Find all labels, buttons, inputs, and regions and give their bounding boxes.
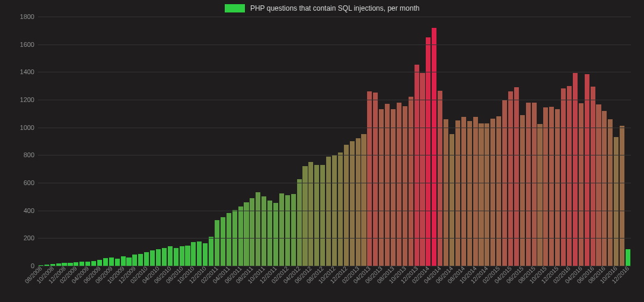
bar (496, 116, 501, 266)
bar-chart: PHP questions that contain SQL injection… (0, 0, 644, 302)
bar (409, 97, 413, 266)
bar (126, 258, 131, 266)
bar (291, 194, 296, 266)
bar (614, 137, 619, 266)
bar (132, 255, 137, 266)
bar (79, 262, 84, 266)
bar (567, 86, 572, 266)
bar (350, 141, 355, 266)
bar (620, 126, 624, 266)
y-tick-label: 800 (17, 151, 34, 158)
bar (415, 65, 419, 266)
bar (479, 123, 483, 266)
bar (391, 109, 396, 266)
bar (191, 242, 196, 266)
bar (209, 237, 213, 266)
gridline (38, 100, 631, 100)
bar (326, 157, 331, 266)
bar (162, 248, 167, 266)
y-tick-label: 200 (17, 234, 34, 241)
bar (121, 256, 126, 266)
bar (238, 206, 243, 266)
bar (197, 241, 202, 266)
bar (602, 111, 607, 266)
y-tick-label: 600 (17, 179, 34, 186)
bar (467, 121, 472, 266)
bar (403, 106, 407, 266)
bar (508, 91, 513, 266)
bar (449, 134, 454, 266)
bar (203, 243, 208, 266)
bar (279, 193, 284, 266)
bar (361, 134, 366, 266)
gridline (38, 128, 631, 128)
bar (244, 202, 248, 266)
bar (461, 117, 466, 266)
bar (320, 165, 325, 266)
bar (156, 249, 161, 266)
bar (385, 104, 390, 266)
bar (585, 74, 589, 266)
gridline (38, 17, 631, 17)
legend-label: PHP questions that contain SQL injection… (250, 4, 420, 12)
bar (109, 258, 114, 266)
bar (490, 119, 495, 266)
bar (103, 258, 108, 266)
bar (455, 120, 460, 266)
bar (537, 124, 542, 266)
bar (150, 250, 155, 266)
gridline (38, 44, 631, 45)
bar (626, 249, 630, 266)
bar (356, 138, 361, 266)
bar (262, 196, 266, 266)
bar (591, 87, 595, 266)
bar (338, 152, 343, 266)
bar (256, 192, 260, 266)
y-tick-label: 1400 (17, 68, 34, 75)
bar (596, 104, 601, 266)
bar (168, 246, 173, 266)
bar (302, 166, 307, 266)
bar (273, 203, 278, 266)
bar (138, 254, 143, 266)
bar (221, 217, 225, 266)
bar (344, 145, 349, 266)
bar (608, 119, 613, 266)
plot-area: 02004006008001000120014001600180008/2008… (38, 17, 631, 266)
bar (473, 117, 478, 266)
bar (314, 165, 319, 266)
gridline (38, 155, 631, 155)
bars-container (38, 17, 631, 266)
bar (115, 259, 120, 266)
bar (185, 246, 190, 266)
bar (97, 260, 102, 266)
legend: PHP questions that contain SQL injection… (0, 4, 644, 12)
gridline (38, 183, 631, 183)
bar (432, 28, 436, 266)
bar (549, 107, 554, 266)
y-tick-label: 1200 (17, 96, 34, 103)
bar (250, 198, 254, 266)
legend-swatch (225, 4, 245, 12)
gridline (38, 238, 631, 239)
bar (215, 220, 219, 266)
bar (379, 109, 384, 266)
y-tick-label: 400 (17, 207, 34, 214)
bar (520, 115, 525, 266)
bar (227, 213, 231, 266)
bar (561, 88, 566, 266)
bar (555, 109, 560, 266)
bar (91, 261, 96, 266)
bar (144, 252, 149, 266)
bar (438, 91, 442, 266)
bar (367, 91, 372, 266)
bar (308, 162, 313, 266)
bar (297, 179, 302, 266)
bar (514, 87, 519, 266)
bar (573, 73, 578, 266)
bar (420, 73, 425, 266)
bar (373, 93, 378, 266)
bar (484, 123, 489, 266)
bar (180, 246, 184, 266)
bar (543, 107, 548, 266)
